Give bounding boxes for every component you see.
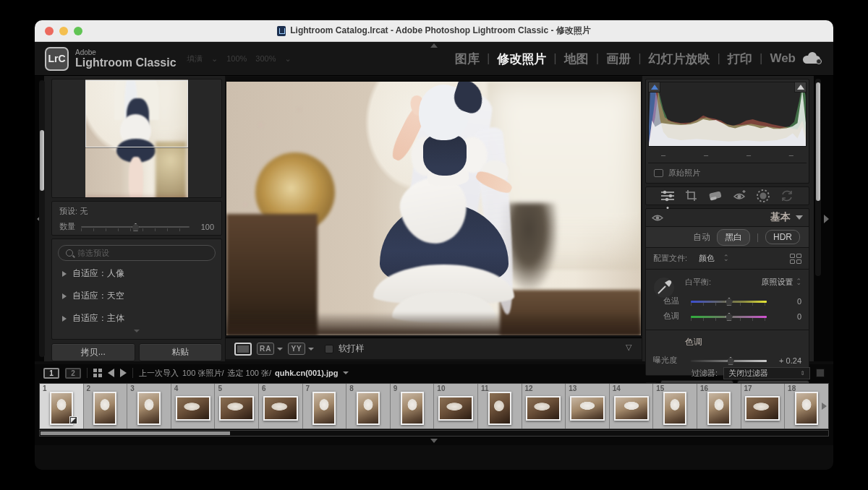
filter-select[interactable]: 关闭过滤器 ⇕ [723,367,810,379]
filmstrip-thumbnail-5[interactable]: 5 [215,384,259,429]
cloud-sync-icon[interactable] [803,52,822,65]
secondary-monitor-button[interactable]: 2 [65,368,81,379]
filmstrip-thumbnail-16[interactable]: 16 [697,384,741,429]
wb-value[interactable]: 原照设置 [761,277,793,288]
profile-updown-icon[interactable]: ⌃⌄ [723,255,729,262]
filmstrip-thumbnail-18[interactable]: 18 [785,384,829,429]
filmstrip-thumbnail-15[interactable]: 15 [653,384,697,429]
basic-panel-collapse-icon[interactable] [796,215,803,220]
hdr-button[interactable]: HDR [765,230,800,244]
left-panel-scrollbar[interactable] [40,130,44,191]
filmstrip-thumbnail-14[interactable]: 14 [610,384,654,429]
thumbnail-image[interactable] [357,392,380,425]
masking-tool-button[interactable] [754,187,773,205]
expand-group-icon[interactable] [62,293,67,299]
profile-browser-icon[interactable] [790,254,801,264]
filmstrip-thumbnail-6[interactable]: 6 [259,384,303,429]
filmstrip-thumbnail-17[interactable]: 17 [741,384,786,429]
thumbnail-image[interactable] [176,396,210,421]
previous-photo-arrow[interactable] [108,369,114,377]
original-photo-checkbox[interactable] [654,169,663,177]
exposure-slider-knob[interactable] [727,357,735,365]
module-tab-7[interactable]: Web [770,51,796,66]
thumbnail-image[interactable] [137,392,161,425]
thumbnail-image[interactable] [93,392,116,425]
filmstrip-thumbnail-12[interactable]: 12 [522,384,566,429]
red-eye-tool-button[interactable] [730,187,749,205]
grid-view-icon[interactable] [93,369,102,377]
minimize-window-button[interactable] [59,27,68,35]
bw-button[interactable]: 黑白 [717,229,750,246]
preset-group-3[interactable]: 自适应：主体 [58,309,216,328]
temp-slider[interactable] [691,297,767,306]
crop-tool-button[interactable] [682,187,701,205]
thumbnail-image[interactable] [707,392,731,425]
soft-proof-checkbox[interactable] [325,345,333,353]
right-panel-scrollbar[interactable] [816,82,820,201]
show-right-panel-arrow[interactable] [824,215,829,223]
preset-group-2[interactable]: 自适应：天空 [58,286,216,306]
copy-button[interactable]: 拷贝... [51,343,135,361]
panel-eye-icon[interactable] [652,214,663,222]
filmstrip-thumbnail-9[interactable]: 9 [391,384,435,429]
primary-monitor-button[interactable]: 1 [43,368,59,379]
preset-search-input[interactable] [77,249,208,257]
thumbnail-image[interactable] [526,396,561,421]
preset-group-1[interactable]: 自适应：人像 [58,264,216,283]
before-after-lr-dropdown-icon[interactable] [277,348,283,351]
basic-panel-title[interactable]: 基本 [770,211,791,224]
module-tab-1[interactable]: 图库 [455,51,480,67]
zoom-window-button[interactable] [74,27,82,35]
thumbnail-image[interactable] [663,392,686,425]
collapse-top-panel-icon[interactable] [430,43,438,48]
white-balance-eyedropper-icon[interactable] [653,277,675,298]
thumbnail-image[interactable] [795,392,818,425]
loupe-view-button[interactable] [234,343,252,356]
navigator-panel[interactable] [51,79,222,198]
amount-slider[interactable] [81,223,190,231]
tint-slider[interactable] [691,312,767,321]
auto-button[interactable]: 自动 [693,231,710,244]
toolbar-options-dropdown-icon[interactable] [626,346,633,352]
shadow-clipping-indicator[interactable] [649,82,660,93]
thumbnail-image[interactable] [401,392,424,425]
thumbnail-image[interactable] [614,396,649,421]
filmstrip-thumbnail-1[interactable]: 1 [40,384,84,429]
main-photo[interactable] [226,82,641,335]
lens-blur-tool-button[interactable] [778,187,796,205]
filmstrip-scrollbar[interactable] [39,430,829,437]
filmstrip-breadcrumb[interactable]: 上一次导入 100 张照片/ 选定 100 张/ quhk.cn(001).jp… [139,368,349,379]
healing-tool-button[interactable] [706,187,725,205]
filmstrip-thumbnail-3[interactable]: 3 [127,384,171,429]
module-tab-2[interactable]: 修改照片 [497,51,546,67]
module-tab-4[interactable]: 画册 [606,51,631,67]
filmstrip-thumbnail-2[interactable]: 2 [84,384,128,429]
thumbnail-image[interactable] [570,396,605,421]
before-after-tb-button[interactable]: YY [288,343,305,355]
filter-toggle[interactable] [816,369,825,377]
thumbnail-image[interactable] [745,396,780,421]
paste-button[interactable]: 粘贴 [139,343,223,361]
before-after-tb-dropdown-icon[interactable] [308,348,314,351]
thumbnail-image[interactable] [438,396,473,421]
thumbnail-image[interactable] [488,392,511,425]
next-photo-arrow[interactable] [120,369,127,377]
histogram-panel[interactable]: –––– 原始照片 [645,79,809,184]
highlight-clipping-indicator[interactable] [794,82,806,93]
filmstrip-thumbnail-8[interactable]: 8 [346,384,391,429]
navigator-zoom-options[interactable]: 填满⌄ 100% 300%⌄ [187,53,292,64]
before-after-lr-button[interactable]: RA [257,343,274,355]
exposure-slider[interactable] [691,356,767,365]
filmstrip-thumbnail-4[interactable]: 4 [171,384,216,429]
thumbnail-image[interactable] [263,396,298,421]
navigator-view-rect[interactable] [85,80,188,147]
wb-updown-icon[interactable]: ⌃⌄ [796,279,801,285]
module-tab-5[interactable]: 幻灯片放映 [649,51,710,67]
profile-value[interactable]: 颜色 [699,253,715,264]
expand-group-icon[interactable] [62,316,67,322]
close-window-button[interactable] [45,27,54,35]
preset-search-box[interactable] [58,245,216,261]
filmstrip-scrollbar-thumb[interactable] [41,431,230,435]
module-tab-6[interactable]: 打印 [728,51,752,67]
filmstrip-thumbnail-10[interactable]: 10 [434,384,478,429]
